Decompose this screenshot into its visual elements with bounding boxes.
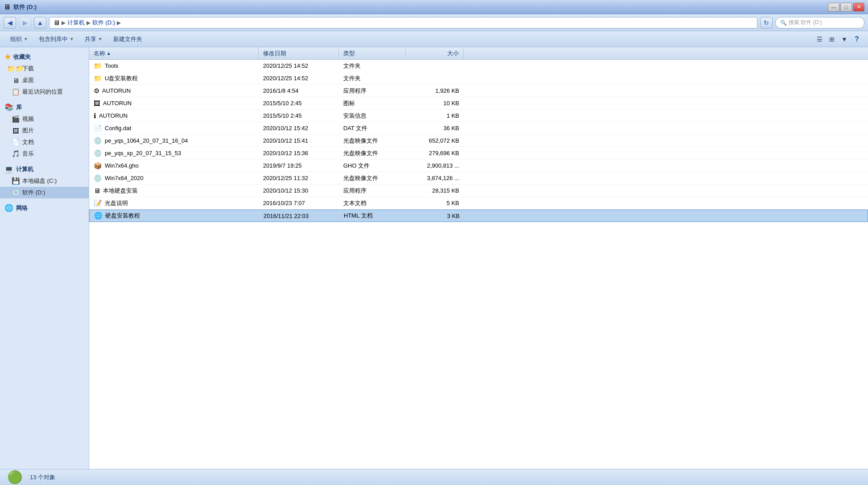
file-row[interactable]: 💿 pe_yqs_xp_20_07_31_15_53 2020/10/12 15… bbox=[89, 147, 868, 160]
file-cell-size: 1,926 KB bbox=[406, 87, 464, 94]
network-icon: 🌐 bbox=[4, 204, 13, 212]
sidebar-section-header-network[interactable]: 🌐 网络 bbox=[0, 202, 89, 214]
forward-button[interactable]: ▶ bbox=[19, 17, 31, 29]
file-row[interactable]: 📁 Tools 2020/12/25 14:52 文件夹 bbox=[89, 60, 868, 72]
sidebar-item-drive-d[interactable]: 💿 软件 (D:) bbox=[0, 187, 89, 198]
maximize-button[interactable]: □ bbox=[840, 3, 852, 12]
refresh-button[interactable]: ↻ bbox=[760, 17, 773, 29]
downloads-label: 下载 bbox=[22, 65, 34, 73]
col-header-type[interactable]: 类型 bbox=[339, 47, 406, 59]
share-button[interactable]: 共享 ▼ bbox=[80, 33, 107, 45]
sidebar-item-music[interactable]: 🎵 音乐 bbox=[0, 148, 89, 160]
status-count: 13 个对象 bbox=[30, 473, 55, 481]
file-icon: 📁 bbox=[94, 62, 102, 70]
sidebar-item-documents[interactable]: 📄 文档 bbox=[0, 136, 89, 148]
file-row[interactable]: 📄 Config.dat 2020/10/12 15:42 DAT 文件 36 … bbox=[89, 122, 868, 135]
file-cell-size: 10 KB bbox=[406, 100, 464, 107]
file-icon: 🖼 bbox=[94, 99, 100, 107]
organize-arrow: ▼ bbox=[24, 37, 28, 41]
view-details-button[interactable]: ⊞ bbox=[826, 33, 838, 45]
sidebar-section-library: 📚 库 🎬 视频 🖼 图片 📄 文档 🎵 音乐 bbox=[0, 101, 89, 160]
file-icon: 💿 bbox=[94, 174, 102, 182]
file-name: pe_yqs_1064_20_07_31_16_04 bbox=[105, 137, 188, 144]
file-icon: 🌐 bbox=[94, 212, 103, 220]
search-box[interactable]: 🔍 搜索 软件 (D:) bbox=[775, 17, 864, 29]
sidebar-item-downloads[interactable]: 📁 下载 bbox=[0, 63, 89, 74]
file-cell-name: 🖥 本地硬盘安装 bbox=[89, 187, 259, 195]
up-button[interactable]: ▲ bbox=[34, 17, 46, 29]
file-cell-type: 安装信息 bbox=[339, 112, 406, 120]
drive-c-icon: 💾 bbox=[12, 177, 20, 185]
file-name: AUTORUN bbox=[99, 112, 128, 119]
file-cell-name: 📁 U盘安装教程 bbox=[89, 74, 259, 82]
file-cell-type: 光盘映像文件 bbox=[339, 149, 406, 157]
file-cell-size: 3 KB bbox=[406, 213, 464, 219]
file-name: AUTORUN bbox=[102, 87, 131, 94]
file-cell-date: 2020/10/12 15:30 bbox=[259, 187, 339, 194]
file-cell-size: 2,900,813 ... bbox=[406, 162, 464, 169]
file-cell-date: 2016/11/21 22:03 bbox=[259, 213, 339, 219]
sidebar-item-drive-c[interactable]: 💾 本地磁盘 (C:) bbox=[0, 175, 89, 187]
organize-label: 组织 bbox=[10, 35, 22, 43]
sidebar-item-pictures[interactable]: 🖼 图片 bbox=[0, 125, 89, 136]
help-button[interactable]: ? bbox=[851, 33, 863, 45]
search-icon: 🔍 bbox=[780, 20, 787, 26]
view-buttons: ☰ ⊞ ▼ bbox=[814, 33, 850, 45]
file-cell-date: 2016/10/23 7:07 bbox=[259, 200, 339, 206]
path-item-computer[interactable]: 计算机 bbox=[67, 19, 85, 27]
col-header-date[interactable]: 修改日期 bbox=[259, 47, 339, 59]
organize-button[interactable]: 组织 ▼ bbox=[5, 33, 33, 45]
col-header-size[interactable]: 大小 bbox=[406, 47, 464, 59]
sidebar-item-video[interactable]: 🎬 视频 bbox=[0, 113, 89, 125]
file-cell-date: 2020/10/12 15:41 bbox=[259, 137, 339, 144]
file-cell-name: 📄 Config.dat bbox=[89, 124, 259, 132]
file-icon: 📝 bbox=[94, 199, 102, 207]
file-cell-size: 28,315 KB bbox=[406, 187, 464, 194]
file-cell-size: 652,072 KB bbox=[406, 137, 464, 144]
include-library-button[interactable]: 包含到库中 ▼ bbox=[34, 33, 79, 45]
file-row[interactable]: 🌐 硬盘安装教程 2016/11/21 22:03 HTML 文档 3 KB bbox=[89, 210, 868, 222]
sidebar-section-computer: 💻 计算机 💾 本地磁盘 (C:) 💿 软件 (D:) bbox=[0, 163, 89, 198]
sidebar-item-recent[interactable]: 📋 最近访问的位置 bbox=[0, 86, 89, 98]
file-cell-name: 📝 光盘说明 bbox=[89, 199, 259, 207]
sidebar-item-desktop[interactable]: 🖥 桌面 bbox=[0, 74, 89, 86]
sidebar-section-header-computer[interactable]: 💻 计算机 bbox=[0, 163, 89, 175]
video-icon: 🎬 bbox=[12, 115, 20, 123]
include-library-arrow: ▼ bbox=[70, 37, 74, 41]
file-cell-date: 2020/12/25 14:52 bbox=[259, 75, 339, 82]
file-cell-size: 5 KB bbox=[406, 200, 464, 206]
video-label: 视频 bbox=[22, 115, 34, 123]
file-row[interactable]: 💿 Win7x64_2020 2020/12/25 11:32 光盘映像文件 3… bbox=[89, 172, 868, 185]
view-arrow-button[interactable]: ▼ bbox=[839, 33, 850, 45]
file-icon: 🖥 bbox=[94, 187, 100, 194]
title-bar-controls: — □ ✕ bbox=[828, 3, 864, 12]
file-row[interactable]: ℹ AUTORUN 2015/5/10 2:45 安装信息 1 KB bbox=[89, 110, 868, 122]
sidebar-section-header-library[interactable]: 📚 库 bbox=[0, 101, 89, 113]
new-folder-button[interactable]: 新建文件夹 bbox=[108, 33, 147, 45]
file-row[interactable]: ⚙ AUTORUN 2016/1/8 4:54 应用程序 1,926 KB bbox=[89, 85, 868, 97]
file-row[interactable]: 📁 U盘安装教程 2020/12/25 14:52 文件夹 bbox=[89, 72, 868, 85]
file-row[interactable]: 📦 Win7x64.gho 2019/9/7 19:25 GHO 文件 2,90… bbox=[89, 160, 868, 172]
status-icon: 🟢 bbox=[7, 470, 23, 485]
file-row[interactable]: 🖥 本地硬盘安装 2020/10/12 15:30 应用程序 28,315 KB bbox=[89, 185, 868, 197]
file-name: pe_yqs_xp_20_07_31_15_53 bbox=[105, 150, 181, 156]
desktop-label: 桌面 bbox=[22, 76, 34, 84]
file-cell-type: DAT 文件 bbox=[339, 124, 406, 132]
file-row[interactable]: 💿 pe_yqs_1064_20_07_31_16_04 2020/10/12 … bbox=[89, 135, 868, 147]
path-item-drive[interactable]: 软件 (D:) bbox=[92, 19, 115, 27]
minimize-button[interactable]: — bbox=[828, 3, 839, 12]
close-button[interactable]: ✕ bbox=[853, 3, 864, 12]
file-cell-name: 🖼 AUTORUN bbox=[89, 99, 259, 107]
col-header-name[interactable]: 名称 ▲ bbox=[89, 47, 259, 59]
file-icon: 📦 bbox=[94, 162, 102, 170]
file-row[interactable]: 🖼 AUTORUN 2015/5/10 2:45 图标 10 KB bbox=[89, 97, 868, 110]
back-button[interactable]: ◀ bbox=[4, 17, 16, 29]
sidebar-section-header-favorites[interactable]: ★ 收藏夹 bbox=[0, 51, 89, 63]
file-icon: ⚙ bbox=[94, 87, 99, 95]
file-cell-date: 2020/10/12 15:36 bbox=[259, 150, 339, 156]
new-folder-label: 新建文件夹 bbox=[113, 35, 142, 43]
view-list-button[interactable]: ☰ bbox=[814, 33, 825, 45]
library-icon: 📚 bbox=[4, 103, 13, 111]
file-cell-type: 文本文档 bbox=[339, 199, 406, 207]
file-row[interactable]: 📝 光盘说明 2016/10/23 7:07 文本文档 5 KB bbox=[89, 197, 868, 210]
